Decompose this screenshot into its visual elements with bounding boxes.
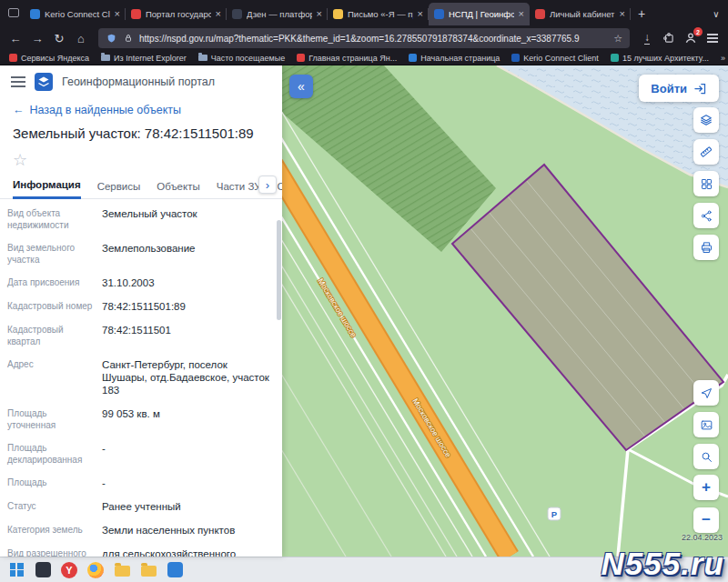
close-icon[interactable]: × — [418, 9, 423, 19]
attribute-list: Вид объекта недвижимостиЗемельный участо… — [0, 199, 282, 557]
field-row: Дата присвоения31.10.2003 — [7, 276, 271, 289]
new-tab-button[interactable]: + — [631, 3, 652, 25]
field-row: Площадь декларированная- — [7, 442, 271, 466]
parking-marker[interactable]: P — [548, 507, 561, 520]
start-button[interactable] — [7, 561, 25, 579]
back-arrow-icon: ← — [13, 104, 25, 116]
print-button[interactable] — [693, 235, 719, 260]
apps-grid-button[interactable] — [693, 171, 719, 196]
zoom-in-button[interactable]: + — [693, 475, 719, 500]
bookmark-item[interactable]: Сервисы Яндекса — [9, 54, 89, 63]
taskbar-app-dark-icon[interactable] — [34, 561, 52, 579]
folder-icon[interactable] — [113, 561, 131, 579]
account-icon[interactable]: 2 — [681, 28, 701, 48]
folder-icon[interactable] — [139, 561, 157, 579]
browser-tab-4[interactable]: Письмо «-Я — про... × — [328, 3, 429, 25]
watermark: N555.ru — [602, 546, 724, 582]
bookmark-item[interactable]: Главная страница Ян... — [297, 54, 397, 63]
tab-title: Портал государств... — [146, 9, 211, 19]
browser-tab-2[interactable]: Портал государств... × — [126, 3, 227, 25]
field-row: Площадь уточненная99 053 кв. м — [7, 407, 271, 431]
object-info-panel: Геоинформационный портал ← Назад в найде… — [0, 65, 282, 557]
measure-button[interactable] — [693, 139, 719, 165]
bookmark-favicon — [409, 54, 417, 62]
bookmark-item[interactable]: Начальная страница — [409, 54, 500, 63]
field-row: Кадастровый квартал78:42:1511501 — [7, 324, 271, 347]
close-icon[interactable]: × — [620, 9, 625, 19]
bookmark-star-icon[interactable]: ☆ — [613, 33, 622, 45]
forward-button[interactable]: → — [27, 28, 47, 48]
close-icon[interactable]: × — [216, 9, 221, 19]
home-button[interactable]: ⌂ — [71, 28, 91, 48]
field-row: Площадь- — [7, 477, 271, 489]
field-row: Кадастровый номер78:42:1511501:89 — [7, 300, 271, 313]
browser-toolbar: ← → ↻ ⌂ https://nspd.gov.ru/map?thematic… — [0, 25, 728, 51]
tab-composition[interactable]: Соста — [278, 181, 282, 198]
browser-tab-5-active[interactable]: НСПД | Геоинформ... × — [429, 3, 530, 25]
list-all-tabs-icon[interactable]: ∨ — [707, 3, 725, 25]
login-button[interactable]: Войти — [639, 75, 719, 102]
other-bookmarks[interactable]: »Другие закладки — [721, 54, 728, 63]
bookmark-item[interactable]: Часто посещаемые — [198, 54, 286, 63]
map-canvas[interactable]: Московское шоссе Московское шоссе P « Во… — [282, 65, 728, 557]
field-row: АдресСанкт-Петербург, поселок Шушары, от… — [7, 358, 271, 396]
lock-icon[interactable] — [123, 33, 134, 44]
svg-text:P: P — [551, 509, 558, 519]
url-text[interactable]: https://nspd.gov.ru/map?thematic=PKK&the… — [139, 34, 608, 44]
field-row: Вид земельного участкаЗемлепользование — [7, 242, 271, 266]
menu-icon[interactable] — [11, 76, 25, 87]
screenshot-button[interactable] — [693, 412, 719, 437]
downloads-icon[interactable]: ↓ — [637, 28, 657, 48]
panel-scrollbar[interactable] — [277, 220, 281, 320]
zoom-out-button[interactable]: − — [693, 507, 719, 533]
reload-button[interactable]: ↻ — [49, 28, 69, 48]
field-row: Вид объекта недвижимостиЗемельный участо… — [7, 207, 271, 231]
favorite-star-icon[interactable]: ☆ — [0, 143, 282, 170]
shield-icon[interactable] — [106, 33, 117, 45]
search-area-button[interactable] — [693, 444, 719, 469]
tab-title: Личный кабинет «П... — [550, 9, 615, 19]
login-icon — [693, 82, 707, 95]
back-button[interactable]: ← — [5, 28, 25, 48]
collapse-panel-button[interactable]: « — [289, 75, 313, 98]
firefox-view-icon[interactable] — [3, 2, 25, 24]
tab-title: Дзен — платформ... — [247, 9, 312, 19]
bookmark-item[interactable]: Из Internet Explorer — [101, 54, 187, 63]
share-button[interactable] — [693, 203, 719, 228]
close-icon[interactable]: × — [115, 9, 120, 19]
bookmark-item[interactable]: 15 лучших Архитекту... — [611, 54, 709, 63]
extensions-icon[interactable] — [659, 28, 679, 48]
folder-icon — [101, 55, 110, 61]
map-date: 22.04.2023 — [682, 533, 723, 542]
notification-badge: 2 — [693, 27, 703, 36]
folder-icon — [198, 55, 207, 61]
browser-tab-1[interactable]: Kerio Connect Client × — [25, 3, 126, 25]
close-icon[interactable]: × — [317, 9, 322, 19]
overflow-icon: » — [721, 54, 725, 63]
tab-favicon — [535, 9, 545, 19]
close-icon[interactable]: × — [519, 9, 524, 19]
tab-parts[interactable]: Части ЗУ — [217, 181, 261, 198]
bookmark-item[interactable]: Kerio Connect Client — [511, 54, 599, 63]
menu-icon[interactable] — [703, 28, 723, 48]
taskbar-app-blue-icon[interactable] — [166, 561, 184, 579]
address-bar[interactable]: https://nspd.gov.ru/map?thematic=PKK&the… — [98, 28, 630, 48]
map-base-layer[interactable]: Московское шоссе Московское шоссе P — [282, 65, 728, 557]
browser-tab-6[interactable]: Личный кабинет «П... × — [530, 3, 631, 25]
tab-favicon — [434, 9, 444, 19]
tab-services[interactable]: Сервисы — [97, 181, 141, 198]
tab-information[interactable]: Информация — [13, 179, 81, 199]
firefox-icon[interactable] — [86, 561, 105, 579]
layers-button[interactable] — [693, 107, 719, 133]
geolocation-button[interactable] — [693, 380, 719, 406]
tab-favicon — [131, 9, 141, 19]
tab-title: Письмо «-Я — про... — [348, 9, 413, 19]
tab-objects[interactable]: Объекты — [157, 181, 199, 198]
page-content: Геоинформационный портал ← Назад в найде… — [0, 65, 728, 557]
tab-favicon — [30, 9, 40, 19]
portal-header: Геоинформационный портал — [0, 65, 282, 98]
tabs-scroll-right-button[interactable]: › — [258, 176, 277, 194]
browser-tab-3[interactable]: Дзен — платформ... × — [227, 3, 328, 25]
back-to-results-link[interactable]: ← Назад в найденные объекты — [0, 98, 282, 118]
yandex-browser-icon[interactable]: Y — [60, 561, 78, 579]
